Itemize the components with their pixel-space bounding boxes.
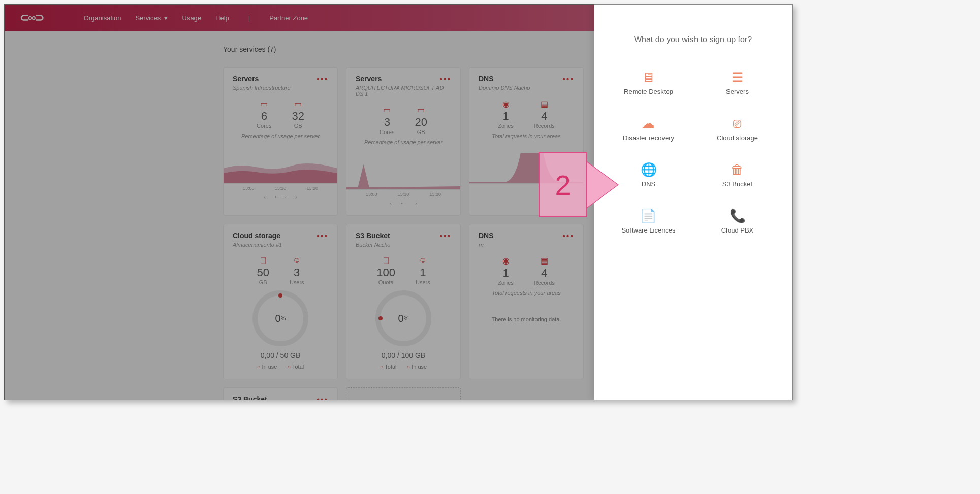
globe-icon: ◉ [498,256,514,266]
empty-card[interactable] [346,387,461,400]
card-title: DNS [479,75,494,84]
option-s3-bucket[interactable]: 🗑S3 Bucket [722,162,752,188]
card-title: Cloud storage [233,232,280,241]
stat-label: GB [292,123,304,129]
card-note: Percentage of usage per server [356,139,451,145]
option-cloud-pbx[interactable]: 📞Cloud PBX [721,208,754,234]
card-menu-icon[interactable]: ••• [317,232,328,241]
stat-label: Records [534,123,555,129]
licences-icon: 📄 [621,208,675,222]
service-card[interactable]: Servers••• ARQUITECTURA MICROSOFT AD DS … [346,67,461,216]
card-subtitle: Almacenamiento #1 [233,242,328,248]
page-title: Your services (7) [223,45,276,53]
stat-value: 4 [534,110,555,123]
card-subtitle: Dominio DNS Nacho [479,85,574,91]
chevron-left-icon[interactable]: ‹ [264,194,266,200]
usage-text: 0,00 / 50 GB [233,351,328,359]
card-menu-icon[interactable]: ••• [562,232,574,241]
card-menu-icon[interactable]: ••• [317,395,328,400]
option-servers[interactable]: ☰Servers [726,70,749,95]
records-icon: ▤ [534,99,555,109]
stat-value: 32 [292,110,304,123]
stat-label: GB [415,129,427,135]
stat-value: 6 [257,110,271,123]
card-menu-icon[interactable]: ••• [439,232,451,241]
card-title: Servers [356,75,382,84]
option-disaster-recovery[interactable]: ☁Disaster recovery [623,116,674,142]
usage-chart [346,149,460,190]
s3-bucket-icon: 🗑 [722,162,752,176]
stat-label: Users [290,279,304,285]
stat-label: Users [416,279,430,285]
disaster-recovery-icon: ☁ [623,116,674,130]
storage-icon: ⌸ [257,256,269,265]
cpu-icon: ▭ [380,105,394,115]
card-note: Percentage of usage per server [233,133,328,139]
option-remote-desktop[interactable]: 🖥Remote Desktop [624,70,673,95]
callout-arrow: 2 [539,152,587,217]
new-service-panel: What do you wish to sign up for? 🖥Remote… [594,5,792,400]
option-cloud-storage[interactable]: ⎚Cloud storage [717,116,758,142]
stat-value: 1 [498,110,514,123]
nav-usage[interactable]: Usage [182,14,202,22]
users-icon: ☺ [290,256,304,265]
chevron-right-icon[interactable]: › [415,200,417,206]
app-frame: ⊂∞⊃ Organisation Services ▾ Usage Help |… [4,4,793,400]
stat-value: 3 [380,116,394,129]
stat-value: 1 [498,267,514,280]
servers-icon: ☰ [726,70,749,84]
stat-label: Zones [498,123,514,129]
stat-value: 1 [416,266,430,279]
cloud-storage-icon: ⎚ [717,116,758,130]
stat-label: Cores [380,129,394,135]
service-card[interactable]: Cloud storage••• Almacenamiento #1 ⌸50GB… [223,224,338,379]
panel-heading: What do you wish to sign up for? [609,35,777,44]
nav-partner-zone[interactable]: Partner Zone [269,14,308,22]
main-nav: Organisation Services ▾ Usage Help | Par… [84,14,308,22]
records-icon: ▤ [534,256,555,266]
service-card[interactable]: Servers••• Spanish Infraestructure ▭6Cor… [223,67,338,216]
card-title: S3 Bucket [356,232,390,241]
stat-value: 4 [534,267,555,280]
no-data-text: There is no monitoring data. [479,316,574,322]
nav-services[interactable]: Services ▾ [135,14,168,22]
service-card[interactable]: DNS••• rrr ◉1Zones ▤4Records Total reque… [469,224,584,379]
logo: ⊂∞⊃ [20,11,43,24]
ram-icon: ▭ [292,99,304,109]
stat-value: 50 [257,266,269,279]
stat-label: Zones [498,280,514,286]
cpu-icon: ▭ [257,99,271,109]
option-dns[interactable]: 🌐DNS [641,162,657,188]
card-menu-icon[interactable]: ••• [439,75,451,84]
usage-gauge: 0% [375,290,431,346]
card-title: S3 Bucket [233,395,267,400]
stat-value: 20 [415,116,427,129]
card-note: Total requests in your areas [479,290,574,296]
cloud-pbx-icon: 📞 [721,208,754,222]
stat-label: Quota [376,279,395,285]
nav-organisation[interactable]: Organisation [84,14,121,22]
remote-desktop-icon: 🖥 [624,70,673,84]
service-card[interactable]: S3 Bucket••• [223,387,338,400]
stat-label: Records [534,280,555,286]
card-subtitle: rrr [479,242,574,248]
globe-icon: ◉ [498,99,514,109]
card-menu-icon[interactable]: ••• [562,75,574,84]
stat-label: GB [257,279,269,285]
chevron-right-icon[interactable]: › [295,194,297,200]
card-menu-icon[interactable]: ••• [317,75,328,84]
card-note: Total requests in your areas [479,133,574,139]
nav-divider: | [248,14,250,22]
card-subtitle: Bucket Nacho [356,242,451,248]
ram-icon: ▭ [415,105,427,115]
service-options: 🖥Remote Desktop ☰Servers ☁Disaster recov… [609,70,777,234]
card-subtitle: ARQUITECTURA MICROSOFT AD DS 1 [356,85,451,97]
usage-chart [224,143,337,184]
option-software-licences[interactable]: 📄Software Licences [621,208,675,234]
users-icon: ☺ [416,256,430,265]
stat-label: Cores [257,123,271,129]
service-card[interactable]: S3 Bucket••• Bucket Nacho ⌸100Quota ☺1Us… [346,224,461,379]
nav-help[interactable]: Help [215,14,229,22]
chevron-left-icon[interactable]: ‹ [390,200,392,206]
card-subtitle: Spanish Infraestructure [233,85,328,91]
